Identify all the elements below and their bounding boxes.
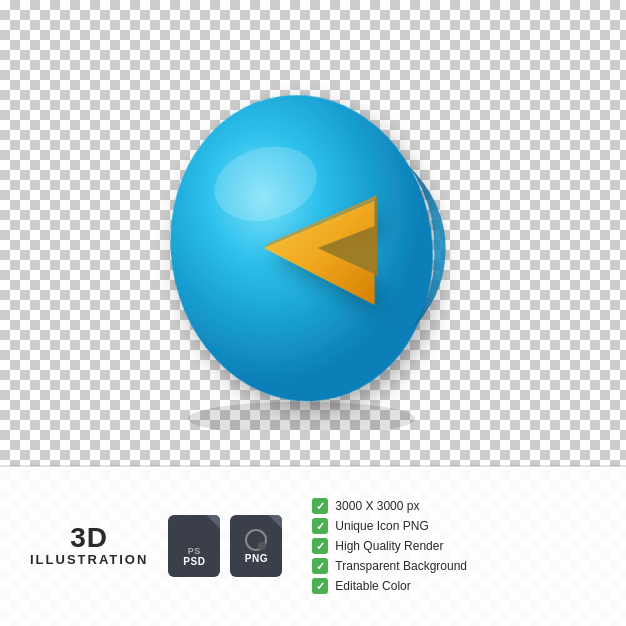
check-box-unique: ✓ (312, 518, 328, 534)
check-mark-unique: ✓ (316, 521, 325, 532)
file-icon-psd: PS PSD (168, 515, 220, 577)
file-icon-png: PNG (230, 515, 282, 577)
icon-area (0, 20, 626, 480)
icon-3d-wrapper (133, 70, 493, 430)
file-icon-ps-label: PS (188, 546, 201, 556)
feature-text-quality: High Quality Render (335, 539, 443, 553)
check-mark-transparent: ✓ (316, 561, 325, 572)
check-box-quality: ✓ (312, 538, 328, 554)
svg-point-1 (188, 402, 415, 430)
label-3d-top: 3D (70, 524, 108, 552)
page-wrapper: 3D ILLUSTRATION PS PSD PNG ✓ (0, 0, 626, 626)
label-3d-container: 3D ILLUSTRATION (30, 524, 148, 569)
feature-text-resolution: 3000 X 3000 px (335, 499, 419, 513)
feature-transparent: ✓ Transparent Background (312, 558, 467, 574)
feature-quality: ✓ High Quality Render (312, 538, 467, 554)
check-mark-editable: ✓ (316, 581, 325, 592)
check-box-resolution: ✓ (312, 498, 328, 514)
feature-editable: ✓ Editable Color (312, 578, 467, 594)
check-box-editable: ✓ (312, 578, 328, 594)
info-section: 3D ILLUSTRATION PS PSD PNG ✓ (0, 466, 626, 626)
feature-text-editable: Editable Color (335, 579, 410, 593)
label-3d-bottom: ILLUSTRATION (30, 552, 148, 569)
file-icon-psd-corner (206, 515, 220, 529)
file-icons-container: PS PSD PNG (168, 515, 282, 577)
file-icon-png-corner (268, 515, 282, 529)
3d-scene-svg (133, 70, 493, 430)
file-icon-png-circle (245, 529, 267, 551)
check-mark-quality: ✓ (316, 541, 325, 552)
features-list: ✓ 3000 X 3000 px ✓ Unique Icon PNG ✓ Hig… (312, 498, 467, 594)
feature-text-transparent: Transparent Background (335, 559, 467, 573)
check-mark-resolution: ✓ (316, 501, 325, 512)
feature-resolution: ✓ 3000 X 3000 px (312, 498, 467, 514)
check-box-transparent: ✓ (312, 558, 328, 574)
file-icon-psd-sublabel: PSD (183, 556, 205, 567)
feature-unique: ✓ Unique Icon PNG (312, 518, 467, 534)
file-icon-png-sublabel: PNG (245, 553, 268, 564)
feature-text-unique: Unique Icon PNG (335, 519, 428, 533)
